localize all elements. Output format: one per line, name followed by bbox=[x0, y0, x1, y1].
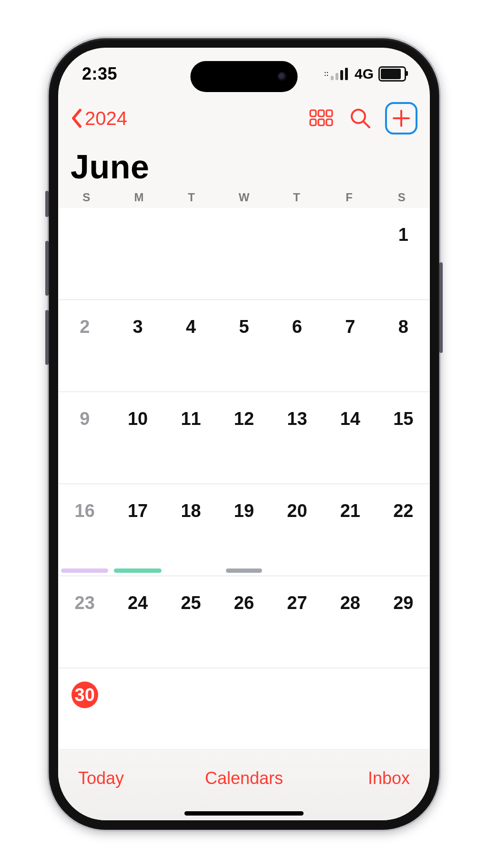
day-cell[interactable]: 5 bbox=[217, 300, 270, 392]
day-cell[interactable]: 14 bbox=[324, 392, 376, 484]
power-btn bbox=[439, 262, 443, 353]
view-grid-button[interactable] bbox=[307, 104, 336, 133]
day-cell[interactable] bbox=[217, 668, 270, 760]
day-cell[interactable]: 9 bbox=[58, 392, 111, 484]
day-number: 14 bbox=[337, 405, 364, 432]
day-cell[interactable] bbox=[111, 208, 164, 300]
event-indicator bbox=[114, 568, 161, 573]
weekday-label: S bbox=[60, 191, 112, 204]
day-number: 9 bbox=[71, 405, 98, 432]
day-cell[interactable] bbox=[164, 668, 217, 760]
day-cell[interactable] bbox=[58, 208, 111, 300]
day-cell[interactable]: 30 bbox=[58, 668, 111, 760]
day-cell[interactable] bbox=[377, 668, 430, 760]
day-number: 20 bbox=[284, 497, 310, 524]
day-cell[interactable]: 21 bbox=[324, 484, 376, 576]
day-cell[interactable]: 18 bbox=[164, 484, 217, 576]
svg-rect-0 bbox=[310, 110, 316, 116]
day-number: 12 bbox=[231, 405, 257, 432]
event-indicator bbox=[220, 568, 267, 573]
svg-line-7 bbox=[364, 122, 369, 127]
weekday-label: M bbox=[112, 191, 165, 204]
day-cell[interactable]: 22 bbox=[377, 484, 430, 576]
day-cell[interactable]: 28 bbox=[324, 576, 376, 668]
day-cell[interactable]: 8 bbox=[377, 300, 430, 392]
weekday-label: F bbox=[323, 191, 375, 204]
day-cell[interactable] bbox=[217, 208, 270, 300]
day-number: 24 bbox=[124, 589, 151, 616]
weekday-label: T bbox=[270, 191, 323, 204]
day-cell[interactable]: 13 bbox=[271, 392, 324, 484]
day-number: 19 bbox=[231, 497, 257, 524]
day-number: 17 bbox=[124, 497, 151, 524]
day-number: 11 bbox=[178, 405, 204, 432]
weekday-label: T bbox=[165, 191, 218, 204]
dynamic-island bbox=[191, 61, 298, 92]
day-cell[interactable] bbox=[324, 668, 376, 760]
screen: 2:35 :: 4G 2024 bbox=[58, 48, 430, 820]
day-cell[interactable]: 27 bbox=[271, 576, 324, 668]
day-number: 30 bbox=[71, 682, 98, 708]
day-cell[interactable]: 25 bbox=[164, 576, 217, 668]
day-cell[interactable] bbox=[271, 208, 324, 300]
weekday-label: S bbox=[376, 191, 428, 204]
back-button[interactable]: 2024 bbox=[71, 108, 127, 129]
day-cell[interactable]: 10 bbox=[111, 392, 164, 484]
day-cell[interactable]: 20 bbox=[271, 484, 324, 576]
chevron-left-icon bbox=[71, 109, 83, 128]
svg-rect-3 bbox=[310, 119, 316, 125]
search-icon bbox=[349, 107, 371, 129]
day-number: 2 bbox=[71, 313, 98, 340]
mute-switch bbox=[45, 191, 49, 217]
day-cell[interactable]: 16 bbox=[58, 484, 111, 576]
day-cell[interactable] bbox=[111, 668, 164, 760]
day-cell[interactable]: 19 bbox=[217, 484, 270, 576]
weekday-header: S M T W T F S bbox=[58, 191, 430, 209]
day-cell[interactable]: 17 bbox=[111, 484, 164, 576]
svg-rect-2 bbox=[326, 110, 332, 116]
day-cell[interactable]: 6 bbox=[271, 300, 324, 392]
day-number: 29 bbox=[390, 589, 417, 616]
day-number: 25 bbox=[178, 589, 204, 616]
day-cell[interactable] bbox=[324, 208, 376, 300]
day-cell[interactable]: 4 bbox=[164, 300, 217, 392]
nav-bar: 2024 bbox=[58, 100, 430, 134]
plus-icon bbox=[391, 108, 412, 129]
day-number: 15 bbox=[390, 405, 417, 432]
day-number: 8 bbox=[390, 313, 417, 340]
volume-up-btn bbox=[45, 241, 49, 296]
search-button[interactable] bbox=[346, 104, 375, 133]
day-cell[interactable] bbox=[164, 208, 217, 300]
day-cell[interactable]: 12 bbox=[217, 392, 270, 484]
day-number: 4 bbox=[178, 313, 204, 340]
calendars-button[interactable]: Calendars bbox=[58, 768, 430, 788]
day-cell[interactable]: 2 bbox=[58, 300, 111, 392]
home-indicator[interactable] bbox=[184, 811, 304, 816]
day-cell[interactable]: 26 bbox=[217, 576, 270, 668]
day-cell[interactable]: 1 bbox=[377, 208, 430, 300]
month-title: June bbox=[71, 148, 149, 186]
day-number: 21 bbox=[337, 497, 364, 524]
day-number: 10 bbox=[124, 405, 151, 432]
day-number: 3 bbox=[124, 313, 151, 340]
day-cell[interactable]: 24 bbox=[111, 576, 164, 668]
day-cell[interactable]: 29 bbox=[377, 576, 430, 668]
day-cell[interactable]: 23 bbox=[58, 576, 111, 668]
front-camera bbox=[278, 72, 287, 82]
svg-rect-5 bbox=[326, 119, 332, 125]
phone-frame: 2:35 :: 4G 2024 bbox=[49, 38, 439, 830]
add-event-button[interactable] bbox=[385, 102, 417, 134]
day-cell[interactable]: 11 bbox=[164, 392, 217, 484]
day-number: 27 bbox=[284, 589, 310, 616]
day-number: 23 bbox=[71, 589, 98, 616]
day-cell[interactable]: 7 bbox=[324, 300, 376, 392]
month-grid: 1234567891011121314151617181920212223242… bbox=[58, 208, 430, 760]
day-number: 1 bbox=[390, 221, 417, 248]
weekday-label: W bbox=[218, 191, 270, 204]
month-grid-scroll[interactable]: 1234567891011121314151617181920212223242… bbox=[58, 208, 430, 763]
day-cell[interactable] bbox=[271, 668, 324, 760]
day-cell[interactable]: 3 bbox=[111, 300, 164, 392]
day-cell[interactable]: 15 bbox=[377, 392, 430, 484]
status-time: 2:35 bbox=[82, 64, 117, 84]
day-number: 13 bbox=[284, 405, 310, 432]
